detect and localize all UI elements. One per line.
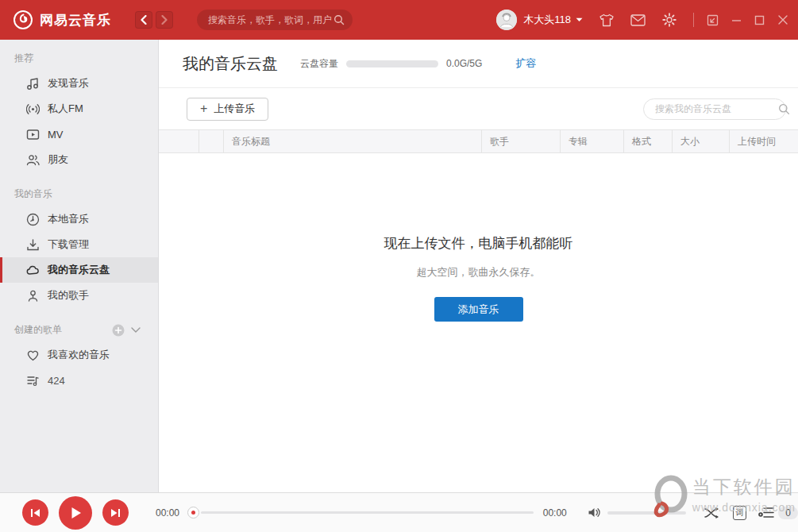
back-button[interactable] — [135, 11, 152, 29]
sidebar-item-discover-music[interactable]: 发现音乐 — [0, 71, 158, 96]
sidebar-item-label: 私人FM — [48, 102, 83, 116]
sidebar-item-label: 我的音乐云盘 — [48, 263, 110, 277]
cloud-disk-search-input[interactable] — [655, 103, 778, 114]
mini-mode-icon[interactable] — [707, 14, 719, 26]
empty-state-subtitle: 超大空间，歌曲永久保存。 — [159, 265, 798, 279]
heart-icon — [26, 349, 40, 362]
collapse-playlists-chevron-icon[interactable] — [131, 327, 141, 333]
sidebar-item-my-singers[interactable]: 我的歌手 — [0, 283, 158, 308]
empty-state: 现在上传文件，电脑手机都能听 超大空间，歌曲永久保存。 添加音乐 — [159, 234, 798, 322]
sidebar-item-personal-fm[interactable]: 私人FM — [0, 96, 158, 121]
username[interactable]: 木大头118 — [523, 13, 571, 27]
capacity-progress-bar — [346, 60, 438, 67]
search-icon[interactable] — [333, 14, 345, 25]
sidebar: 推荐 发现音乐 私人FM MV 朋友 我的音乐 — [0, 40, 159, 492]
settings-gear-icon[interactable] — [662, 13, 677, 27]
play-icon — [70, 507, 82, 519]
download-icon — [26, 238, 40, 252]
forward-button[interactable] — [156, 11, 173, 29]
friends-icon — [26, 153, 40, 167]
sidebar-item-download-manager[interactable]: 下载管理 — [0, 232, 158, 257]
add-music-button[interactable]: 添加音乐 — [434, 297, 523, 322]
next-track-button[interactable] — [102, 499, 129, 526]
previous-icon — [30, 508, 40, 518]
sidebar-section-recommend: 推荐 — [0, 46, 158, 71]
sidebar-section-created-playlists: 创建的歌单 — [0, 318, 158, 342]
sidebar-item-label: 我的歌手 — [48, 288, 89, 303]
avatar[interactable] — [496, 10, 517, 30]
cloud-disk-toolbar: + 上传音乐 — [159, 88, 798, 129]
table-col-artist[interactable]: 歌手 — [482, 130, 561, 152]
table-col-upload-time[interactable]: 上传时间 — [730, 130, 798, 152]
app-logo: 网易云音乐 — [13, 10, 111, 30]
table-col-album[interactable]: 专辑 — [561, 130, 624, 152]
table-col-size[interactable]: 大小 — [673, 130, 730, 152]
singer-icon — [26, 289, 40, 303]
sidebar-item-local-music[interactable]: 本地音乐 — [0, 206, 158, 232]
player-bar: 00:00 00:00 词 0 — [0, 492, 798, 532]
play-button[interactable] — [59, 496, 92, 530]
fm-radio-icon — [26, 102, 40, 116]
sidebar-item-label: 朋友 — [48, 152, 68, 167]
sidebar-item-music-cloud-disk[interactable]: 我的音乐云盘 — [0, 257, 158, 283]
search-icon[interactable] — [778, 103, 790, 115]
sidebar-item-playlist-424[interactable]: 424 — [0, 368, 158, 393]
user-caret-down-icon[interactable] — [576, 17, 583, 22]
main-content: 我的音乐云盘 云盘容量 0.0G/5G 扩容 + 上传音乐 音乐标题 — [159, 40, 798, 492]
playlist-icon — [26, 374, 40, 387]
sidebar-item-friends[interactable]: 朋友 — [0, 147, 158, 172]
empty-state-title: 现在上传文件，电脑手机都能听 — [159, 234, 798, 253]
previous-track-button[interactable] — [22, 499, 48, 526]
netease-music-logo-icon — [13, 10, 33, 30]
playlist-panel-icon[interactable] — [758, 506, 774, 519]
sidebar-section-my-music: 我的音乐 — [0, 182, 158, 206]
sidebar-item-label: 发现音乐 — [48, 76, 89, 91]
add-playlist-button[interactable] — [112, 324, 125, 337]
sidebar-item-label: MV — [48, 129, 64, 141]
table-col-index — [199, 130, 224, 152]
upload-music-button[interactable]: + 上传音乐 — [187, 98, 268, 121]
sidebar-item-label: 424 — [48, 375, 65, 387]
total-time: 00:00 — [543, 507, 567, 519]
lyrics-toggle[interactable]: 词 — [733, 506, 747, 520]
next-icon — [110, 508, 121, 518]
minimize-icon[interactable] — [731, 15, 742, 25]
cloud-icon — [26, 264, 40, 277]
current-time: 00:00 — [156, 507, 179, 519]
table-col-format[interactable]: 格式 — [624, 130, 673, 152]
shuffle-icon[interactable] — [704, 507, 719, 519]
theme-skin-icon[interactable] — [599, 13, 614, 27]
app-title: 网易云音乐 — [40, 11, 111, 29]
global-search-box[interactable] — [197, 10, 353, 30]
top-bar: 网易云音乐 木大头118 — [0, 0, 798, 40]
cloud-disk-header: 我的音乐云盘 云盘容量 0.0G/5G 扩容 — [159, 40, 798, 88]
sidebar-item-liked-music[interactable]: 我喜欢的音乐 — [0, 342, 158, 368]
sidebar-item-mv[interactable]: MV — [0, 121, 158, 147]
volume-speaker-icon[interactable] — [588, 507, 601, 519]
history-nav — [135, 11, 173, 29]
sidebar-item-label: 下载管理 — [48, 237, 89, 252]
close-icon[interactable] — [777, 14, 788, 25]
chevron-left-icon — [140, 15, 148, 25]
mv-video-icon — [26, 128, 40, 141]
capacity-value: 0.0G/5G — [446, 58, 482, 69]
progress-handle-dot — [191, 511, 195, 515]
plus-icon: + — [200, 102, 207, 115]
progress-track[interactable] — [201, 511, 534, 514]
volume-track[interactable] — [607, 511, 686, 515]
topbar-divider — [693, 13, 694, 27]
cloud-disk-search-box[interactable] — [643, 98, 786, 120]
topbar-right-cluster: 木大头118 — [496, 10, 790, 30]
table-col-select — [159, 130, 199, 152]
table-col-title[interactable]: 音乐标题 — [224, 130, 482, 152]
global-search-input[interactable] — [208, 14, 333, 25]
music-note-icon — [26, 77, 40, 91]
progress-handle[interactable] — [187, 507, 199, 519]
playlist-count-badge[interactable]: 0 — [778, 507, 798, 519]
maximize-icon[interactable] — [754, 15, 765, 25]
mail-icon[interactable] — [630, 14, 646, 26]
local-music-disc-icon — [26, 213, 40, 226]
expand-capacity-link[interactable]: 扩容 — [515, 56, 536, 71]
song-table-header: 音乐标题 歌手 专辑 格式 大小 上传时间 — [159, 129, 798, 153]
sidebar-item-label: 我喜欢的音乐 — [48, 348, 110, 362]
